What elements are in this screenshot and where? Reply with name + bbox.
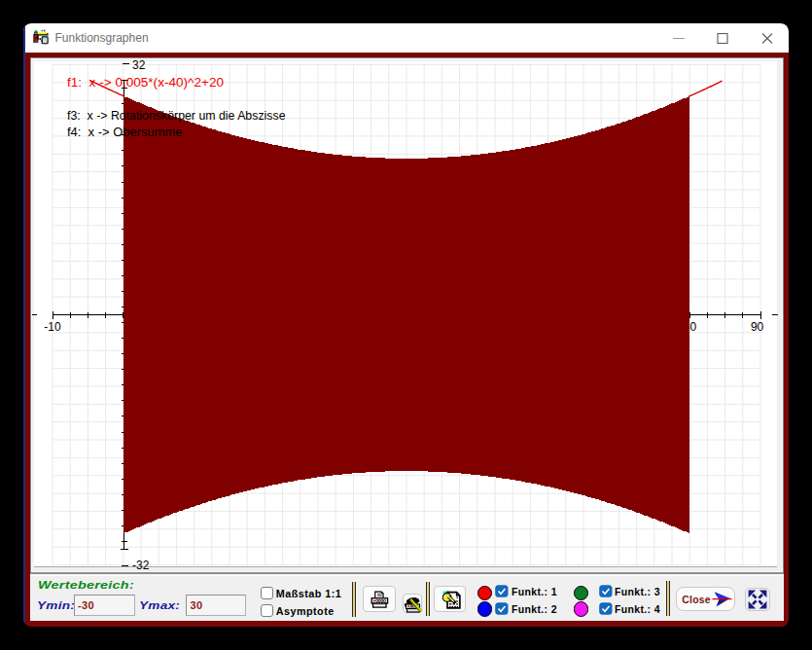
svg-text:32: 32 [132,57,146,71]
svg-text:-10: -10 [44,320,61,334]
svg-text:90: 90 [751,320,764,334]
svg-text:f4: x -> Obersumme: f4: x -> Obersumme [67,125,183,138]
svg-text:f1: x -> 0,005*(x-40)^2+20: f1: x -> 0,005*(x-40)^2+20 [67,76,224,90]
svg-text:-32: -32 [132,558,150,571]
svg-text:f3: x -> Rotationskörper um d: f3: x -> Rotationskörper um die Abszisse [67,108,286,122]
